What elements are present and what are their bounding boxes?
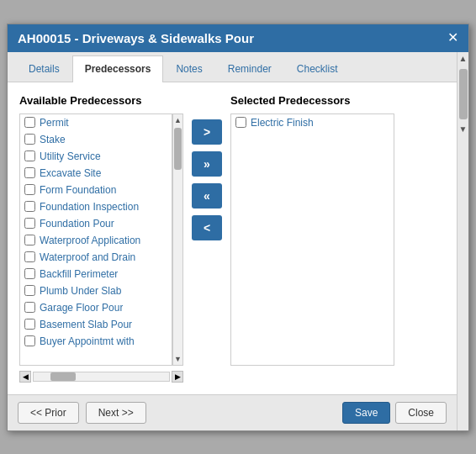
available-list-box[interactable]: Permit Stake Utility Service Excavate Si… (19, 114, 172, 366)
item-checkbox[interactable] (24, 218, 35, 229)
list-item[interactable]: Utility Service (20, 148, 172, 165)
item-checkbox[interactable] (24, 184, 35, 195)
dialog: AH00015 - Driveways & Sidewalks Pour ✕ D… (7, 24, 469, 431)
item-label: Permit (40, 117, 69, 129)
item-label: Utility Service (40, 150, 101, 162)
dialog-vscrollbar[interactable]: ▲ ▼ (457, 52, 468, 430)
item-checkbox[interactable] (24, 335, 35, 346)
selected-item[interactable]: Electric Finish (231, 114, 394, 131)
title-bar: AH00015 - Driveways & Sidewalks Pour ✕ (8, 24, 468, 52)
item-label: Basement Slab Pour (40, 319, 132, 330)
selected-list-box[interactable]: Electric Finish (230, 114, 394, 366)
tabs-bar: Details Predecessors Notes Reminder Chec… (8, 52, 457, 82)
predecessors-section: Available Predecessors Permit Stake Util… (19, 94, 445, 383)
dialog-title: AH00015 - Driveways & Sidewalks Pour (18, 31, 254, 45)
item-label: Garage Floor Pour (40, 302, 123, 314)
item-checkbox[interactable] (24, 285, 35, 296)
list-item[interactable]: Foundation Pour (20, 215, 172, 232)
item-label: Foundation Inspection (40, 201, 139, 213)
tab-reminder[interactable]: Reminder (215, 55, 284, 82)
list-item[interactable]: Plumb Under Slab (20, 282, 172, 299)
list-item[interactable]: Garage Floor Pour (20, 299, 172, 316)
hscroll-thumb (50, 372, 76, 381)
item-checkbox[interactable] (24, 117, 35, 128)
item-checkbox[interactable] (24, 302, 35, 313)
item-label: Excavate Site (40, 167, 101, 179)
move-right-button[interactable]: > (192, 119, 222, 145)
list-item[interactable]: Permit (20, 114, 172, 131)
available-panel: Available Predecessors Permit Stake Util… (19, 94, 183, 383)
dialog-vscroll-down[interactable]: ▼ (457, 123, 469, 136)
selected-item-checkbox[interactable] (235, 117, 246, 128)
available-list-wrapper: Permit Stake Utility Service Excavate Si… (19, 114, 183, 366)
hscroll-right-btn[interactable]: ▶ (172, 371, 183, 383)
prior-button[interactable]: << Prior (18, 402, 79, 424)
item-checkbox[interactable] (24, 150, 35, 161)
list-item[interactable]: Excavate Site (20, 165, 172, 182)
move-all-right-button[interactable]: » (192, 151, 222, 177)
next-button[interactable]: Next >> (86, 402, 146, 424)
selected-item-label: Electric Finish (251, 117, 314, 129)
item-checkbox[interactable] (24, 268, 35, 279)
dialog-vscroll-up[interactable]: ▲ (457, 52, 469, 66)
footer-left: << Prior Next >> (18, 402, 146, 424)
item-label: Form Foundation (40, 184, 116, 196)
item-checkbox[interactable] (24, 134, 35, 145)
hscroll-left-btn[interactable]: ◀ (19, 371, 31, 383)
selected-panel: Selected Predecessors Electric Finish (230, 94, 394, 366)
list-item[interactable]: Foundation Inspection (20, 198, 172, 215)
title-close-button[interactable]: ✕ (447, 31, 458, 45)
item-label: Plumb Under Slab (40, 285, 121, 297)
footer-right: Save Close (342, 402, 447, 424)
list-item[interactable]: Stake (20, 131, 172, 148)
dialog-vscroll-thumb (459, 69, 468, 119)
available-hscrollbar: ◀ ▶ (19, 371, 183, 383)
vscroll-up-arrow[interactable]: ▲ (172, 114, 183, 126)
dialog-content-wrapper: Details Predecessors Notes Reminder Chec… (8, 52, 468, 430)
list-item[interactable]: Form Foundation (20, 182, 172, 198)
footer: << Prior Next >> Save Close (8, 394, 457, 430)
item-label: Foundation Pour (40, 218, 114, 230)
available-title: Available Predecessors (19, 94, 183, 107)
item-checkbox[interactable] (24, 201, 35, 212)
hscroll-track[interactable] (33, 372, 170, 382)
item-label: Stake (40, 134, 66, 145)
list-item[interactable]: Basement Slab Pour (20, 316, 172, 333)
save-button[interactable]: Save (342, 402, 390, 424)
list-item[interactable]: Waterproof and Drain (20, 249, 172, 266)
item-label: Waterproof Application (40, 235, 140, 246)
available-vscrollbar[interactable]: ▲ ▼ (172, 114, 183, 366)
list-item[interactable]: Waterproof Application (20, 232, 172, 249)
tab-notes[interactable]: Notes (163, 55, 214, 82)
item-label: Backfill Perimeter (40, 268, 118, 280)
vscroll-down-arrow[interactable]: ▼ (172, 353, 183, 365)
dialog-body: Available Predecessors Permit Stake Util… (8, 82, 457, 394)
move-all-left-button[interactable]: « (192, 183, 222, 209)
item-label: Buyer Appointmt with (40, 335, 135, 347)
item-checkbox[interactable] (24, 235, 35, 245)
tab-checklist[interactable]: Checklist (284, 55, 351, 82)
close-button[interactable]: Close (395, 402, 447, 424)
item-checkbox[interactable] (24, 167, 35, 178)
transfer-buttons: > » « < (192, 94, 222, 240)
item-checkbox[interactable] (24, 251, 35, 262)
vscroll-thumb (174, 128, 182, 170)
tab-predecessors[interactable]: Predecessors (72, 55, 164, 82)
selected-title: Selected Predecessors (230, 94, 394, 107)
list-item[interactable]: Buyer Appointmt with (20, 333, 172, 350)
main-content: Details Predecessors Notes Reminder Chec… (8, 52, 457, 430)
item-checkbox[interactable] (24, 319, 35, 330)
item-label: Waterproof and Drain (40, 251, 135, 263)
move-left-button[interactable]: < (192, 215, 222, 240)
tab-details[interactable]: Details (16, 55, 72, 82)
list-item[interactable]: Backfill Perimeter (20, 266, 172, 282)
